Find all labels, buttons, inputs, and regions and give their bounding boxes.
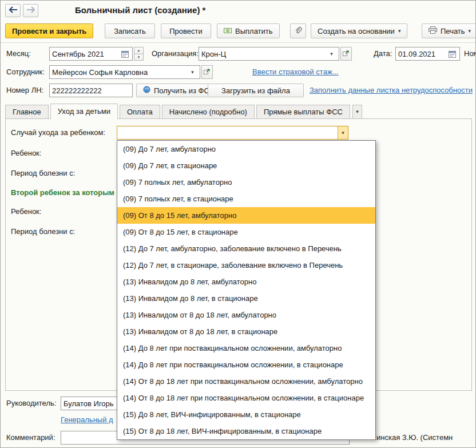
tab-label: Начислено (подробно) (169, 108, 247, 116)
position-link[interactable]: Генеральный д (61, 413, 113, 427)
load-from-file-button[interactable]: Загрузить из файла (208, 84, 304, 97)
calendar-icon[interactable] (120, 47, 130, 60)
dropdown-item[interactable]: (14) От 8 до 18 лет при поствакцинальном… (117, 373, 375, 390)
tabs-more-button[interactable]: ▾ (352, 105, 362, 119)
tab-item[interactable]: Начислено (подробно) (162, 105, 255, 119)
print-label: Печать (441, 27, 465, 35)
dropdown-item-label: (09) 7 полных лет, в стационаре (123, 195, 233, 203)
dropdown-item-label: (09) До 7 лет, амбулаторно (123, 145, 216, 153)
post-and-close-button[interactable]: Провести и закрыть (5, 23, 93, 38)
tab-item[interactable]: Уход за детьми (50, 104, 118, 119)
tab-label: Оплата (127, 108, 153, 116)
create-based-on-label: Создать на основании (318, 27, 395, 35)
chevron-down-icon: ▾ (398, 29, 401, 34)
dropdown-item[interactable]: (14) До 8 лет при поствакцинальном ослож… (117, 340, 375, 356)
dropdown-item[interactable]: (13) Инвалидом от 8 до 18 лет, в стацион… (117, 323, 375, 340)
dropdown-item[interactable]: (13) Инвалидом до 8 лет, амбулаторно (117, 273, 375, 290)
tab-item[interactable]: Оплата (120, 105, 160, 119)
month-label: Месяц: (6, 47, 31, 61)
organization-open-button[interactable] (340, 47, 352, 61)
employee-select-button[interactable]: ▾ (188, 66, 197, 78)
dropdown-item-label: (13) Инвалидом до 8 лет, амбулаторно (123, 277, 256, 286)
dropdown-item-label: (12) До 7 лет, амбулаторно, заболевание … (123, 244, 342, 253)
tab-item[interactable]: Главное (5, 105, 49, 119)
triangle-down-icon: ▼ (137, 55, 141, 59)
case-dropdown-button[interactable]: ▾ (338, 126, 348, 139)
dropdown-item[interactable]: (09) 7 полных лет, амбулаторно (117, 174, 375, 191)
save-button[interactable]: Записать (105, 23, 155, 38)
employee-input[interactable]: Мейерсон Софья Карловна ▾ (49, 65, 200, 79)
organization-input[interactable]: Крон-Ц ▾ (199, 47, 339, 61)
dropdown-item-label: (09) 7 полных лет, амбулаторно (123, 178, 232, 187)
ln-number-input[interactable]: 222222222222 (49, 84, 133, 97)
get-from-fss-label: Получить из ФСС (154, 86, 215, 95)
child-label: Ребенок: (11, 146, 41, 160)
comment-label: Комментарий: (6, 431, 55, 445)
fill-data-link[interactable]: Заполнить данные листка нетрудоспособнос… (310, 84, 473, 97)
forward-arrow-icon (26, 6, 35, 15)
case-combobox[interactable]: ▾ (117, 126, 348, 140)
number-label-cut: Ном (464, 47, 476, 61)
dropdown-item-label: (14) До 8 лет при поствакцинальном ослож… (123, 344, 342, 352)
dropdown-item-label: (13) Инвалидом от 8 до 18 лет, амбулатор… (123, 311, 276, 319)
forward-button[interactable] (23, 4, 38, 17)
tab-item[interactable]: Прямые выплаты ФСС (256, 105, 350, 119)
tab-label: Главное (13, 108, 41, 116)
month-value: Сентябрь 2021 (52, 50, 120, 58)
attach-button[interactable] (290, 23, 306, 38)
dropdown-item[interactable]: (15) До 8 лет, ВИЧ-инфицированным, в ста… (117, 406, 375, 423)
dropdown-item[interactable]: (14) До 8 лет при поствакцинальном ослож… (117, 356, 375, 373)
dropdown-item[interactable]: (12) До 7 лет, в стационаре, заболевание… (117, 257, 375, 273)
chevron-down-icon: ▾ (469, 29, 471, 34)
dropdown-item-label: (14) От 8 до 18 лет при поствакцинальном… (123, 377, 363, 386)
calendar-icon[interactable] (447, 47, 457, 60)
back-button[interactable] (5, 4, 21, 17)
sick-leave-form-window: Больничный лист (создание) * Провести и … (0, 0, 476, 448)
employee-open-button[interactable] (201, 65, 213, 79)
post-label: Провести (169, 27, 203, 35)
spin-down-button[interactable]: ▼ (134, 54, 144, 61)
tab-label: Уход за детьми (58, 107, 110, 116)
dropdown-item[interactable]: (09) От 8 до 15 лет, амбулаторно (117, 207, 375, 224)
chevron-down-icon: ▾ (342, 130, 344, 136)
triangle-up-icon: ▲ (137, 49, 141, 52)
insurance-record-link[interactable]: Ввести страховой стаж... (252, 65, 338, 79)
ln-number-label: Номер ЛН: (6, 84, 43, 97)
dropdown-item-label: (12) До 7 лет, в стационаре, заболевание… (123, 261, 343, 269)
pay-icon (224, 27, 232, 35)
employee-label: Сотрудник: (6, 65, 45, 79)
date-input[interactable]: 01.09.2021 (395, 47, 460, 61)
period-label: Период болезни с: (11, 166, 75, 180)
period2-label: Период болезни с: (11, 225, 75, 239)
second-child-header: Второй ребенок за которым с (11, 186, 121, 200)
manager-label: Руководитель: (6, 397, 56, 410)
case-label: Случай ухода за ребенком: (11, 126, 105, 140)
dropdown-item-label: (15) От 8 до 18 лет, ВИЧ-инфицированным,… (123, 427, 322, 435)
date-value: 01.09.2021 (398, 50, 447, 58)
dropdown-item[interactable]: (09) От 8 до 15 лет, в стационаре (117, 224, 375, 240)
date-label: Дата: (374, 47, 392, 61)
dropdown-item[interactable]: (09) 7 полных лет, в стационаре (117, 191, 375, 207)
dropdown-item-label: (13) Инвалидом до 8 лет, в стационаре (123, 294, 258, 303)
tab-label: Прямые выплаты ФСС (264, 108, 343, 116)
organization-select-button[interactable]: ▾ (327, 47, 336, 60)
dropdown-item[interactable]: (13) Инвалидом до 8 лет, в стационаре (117, 290, 375, 307)
dropdown-item[interactable]: (09) До 7 лет, в стационаре (117, 157, 375, 174)
dropdown-item[interactable]: (09) До 7 лет, амбулаторно (117, 141, 375, 157)
print-button[interactable]: Печать ▾ (422, 23, 476, 38)
month-input[interactable]: Сентябрь 2021 (49, 47, 133, 61)
paperclip-icon (294, 26, 302, 36)
dropdown-item[interactable]: (13) Инвалидом от 8 до 18 лет, амбулатор… (117, 307, 375, 323)
create-based-on-button[interactable]: Создать на основании ▾ (311, 23, 407, 38)
spin-up-button[interactable]: ▲ (134, 47, 144, 54)
dropdown-item[interactable]: (14) От 8 до 18 лет при поствакцинальном… (117, 390, 375, 406)
pay-button[interactable]: Выплатить (217, 23, 280, 38)
tab-strip: Главное Уход за детьми Оплата Начислено … (5, 104, 362, 119)
post-and-close-label: Провести и закрыть (12, 27, 86, 35)
dropdown-item-label: (15) До 8 лет, ВИЧ-инфицированным, в ста… (123, 410, 301, 419)
post-button[interactable]: Провести (161, 23, 211, 38)
save-label: Записать (114, 27, 146, 35)
dropdown-item[interactable]: (12) До 7 лет, амбулаторно, заболевание … (117, 240, 375, 257)
employee-value: Мейерсон Софья Карловна (52, 68, 188, 77)
dropdown-item[interactable]: (15) От 8 до 18 лет, ВИЧ-инфицированным,… (117, 423, 375, 439)
